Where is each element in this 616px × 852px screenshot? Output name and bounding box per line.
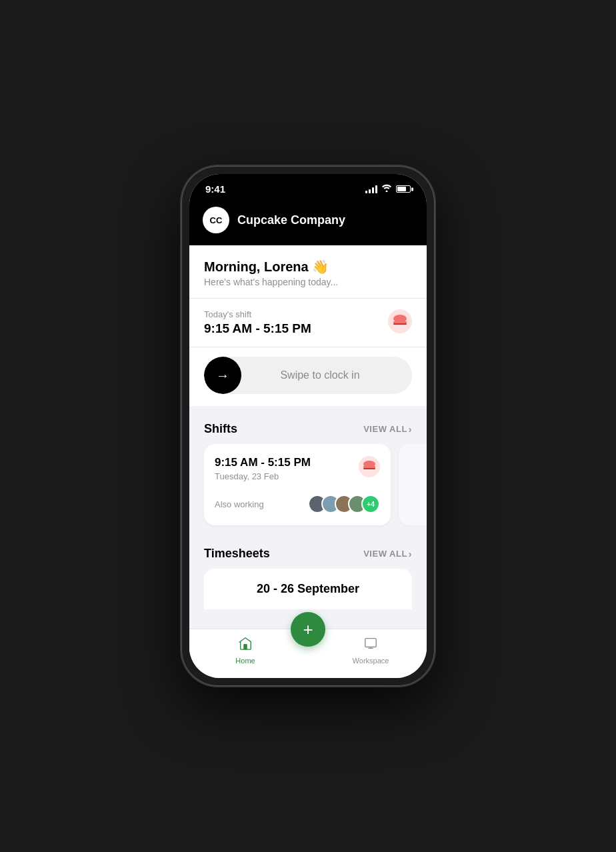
svg-rect-9 xyxy=(365,639,377,647)
swipe-label: Swipe to clock in xyxy=(241,369,412,381)
svg-rect-7 xyxy=(363,468,375,469)
shifts-title: Shifts xyxy=(204,422,237,436)
phone-screen: 9:41 CC Cupcak xyxy=(189,174,427,678)
timesheets-title: Timesheets xyxy=(204,547,270,561)
app-content: Morning, Lorena 👋 Here's what's happenin… xyxy=(189,245,427,629)
fab-button[interactable]: + xyxy=(291,612,325,647)
company-avatar: CC xyxy=(203,207,229,233)
shifts-section: Shifts VIEW ALL › 9:15 AM - 5:15 PM Tues… xyxy=(189,411,427,536)
timesheets-view-all[interactable]: VIEW ALL › xyxy=(363,549,412,559)
nav-item-workspace[interactable]: Workspace xyxy=(328,636,413,665)
greeting-section: Morning, Lorena 👋 Here's what's happenin… xyxy=(189,245,427,299)
shift-item-time: 9:15 AM - 5:15 PM xyxy=(215,456,311,469)
fab-icon: + xyxy=(303,619,313,640)
shift-item-card[interactable]: 9:15 AM - 5:15 PM Tuesday, 23 Feb xyxy=(204,444,391,525)
home-label: Home xyxy=(235,657,255,665)
avatars-row: +4 xyxy=(308,495,380,513)
shift-item-icon xyxy=(359,456,380,480)
greeting-subtitle: Here's what's happening today... xyxy=(204,277,412,287)
shift-item-date: Tuesday, 23 Feb xyxy=(215,471,311,481)
workspace-label: Workspace xyxy=(353,657,389,665)
timesheet-card[interactable]: 20 - 26 September xyxy=(204,569,412,609)
bottom-nav: + Home Workspace xyxy=(189,629,427,678)
shifts-view-all[interactable]: VIEW ALL › xyxy=(363,424,412,435)
swipe-section: → Swipe to clock in xyxy=(189,347,427,411)
nav-item-home[interactable]: Home xyxy=(203,636,288,665)
svg-rect-8 xyxy=(243,644,247,649)
battery-icon xyxy=(396,185,411,193)
today-shift-time: 9:15 AM - 5:15 PM xyxy=(204,321,311,336)
phone-frame: 9:41 CC Cupcak xyxy=(181,166,435,686)
timesheets-section: Timesheets VIEW ALL › 20 - 26 September xyxy=(189,536,427,609)
workspace-icon xyxy=(363,636,378,655)
notch xyxy=(265,174,351,193)
svg-rect-6 xyxy=(363,466,375,468)
today-shift-card[interactable]: Today's shift 9:15 AM - 5:15 PM xyxy=(189,299,427,347)
signal-icon xyxy=(365,185,377,193)
status-icons xyxy=(365,184,411,194)
wifi-icon xyxy=(381,184,392,194)
shifts-scroll: 9:15 AM - 5:15 PM Tuesday, 23 Feb xyxy=(189,444,427,536)
app-header: CC Cupcake Company xyxy=(189,200,427,245)
greeting-title: Morning, Lorena 👋 xyxy=(204,259,412,275)
today-shift-label: Today's shift xyxy=(204,309,311,319)
status-time: 9:41 xyxy=(205,183,225,195)
swipe-arrow-icon: → xyxy=(216,368,229,383)
also-working-label: Also working xyxy=(215,499,264,509)
timesheets-header: Timesheets VIEW ALL › xyxy=(189,536,427,569)
company-name: Cupcake Company xyxy=(237,213,345,227)
svg-rect-3 xyxy=(393,323,407,325)
shift-burger-icon xyxy=(388,309,412,336)
swipe-bar[interactable]: → Swipe to clock in xyxy=(204,357,412,394)
swipe-handle[interactable]: → xyxy=(204,357,241,394)
shifts-section-header: Shifts VIEW ALL › xyxy=(189,411,427,444)
avatar-more: +4 xyxy=(361,495,380,513)
timesheets-view-all-chevron: › xyxy=(409,549,412,559)
shift-item-card-partial xyxy=(399,444,427,525)
timesheet-range: 20 - 26 September xyxy=(217,582,399,596)
svg-rect-2 xyxy=(393,321,407,323)
home-icon xyxy=(238,636,253,655)
shifts-view-all-chevron: › xyxy=(409,424,412,435)
today-shift-info: Today's shift 9:15 AM - 5:15 PM xyxy=(204,309,311,336)
